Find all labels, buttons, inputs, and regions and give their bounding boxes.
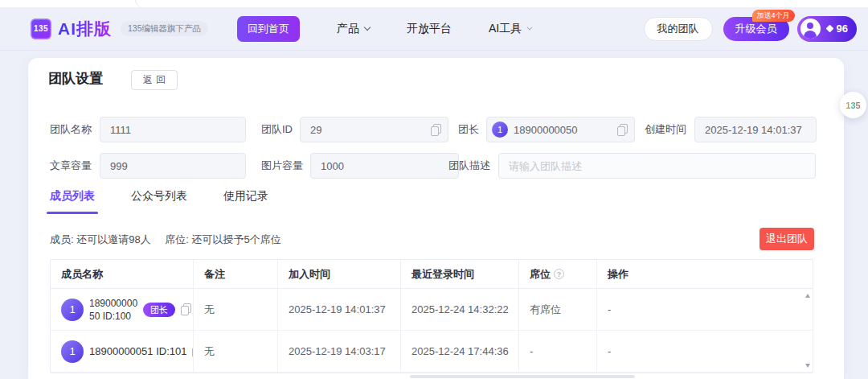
nav-ai-tools-label: AI工具 — [489, 22, 522, 36]
product-badge: 135编辑器旗下产品 — [121, 21, 208, 36]
nav-item-open-platform[interactable]: 开放平台 — [407, 22, 452, 36]
join-time-cell: 2025-12-19 14:01:37 — [278, 289, 401, 330]
copy-icon[interactable] — [431, 124, 441, 136]
leader-avatar: 1 — [492, 122, 508, 138]
field-team-name: 团队名称 — [50, 117, 246, 142]
remark-cell: 无 — [194, 289, 278, 330]
article-quota-input-wrap — [100, 153, 246, 179]
image-quota-input-wrap — [310, 153, 459, 179]
field-created-at: 创建时间 — [645, 117, 817, 142]
table-row: 1 18900000051 ID:101 无 2025-12-19 14:03:… — [51, 331, 813, 373]
article-quota-input[interactable] — [100, 153, 246, 179]
field-image-quota: 图片容量 — [261, 153, 459, 179]
copy-icon[interactable] — [617, 124, 628, 136]
table-row: 1 189000000 50 ID:100 团长 无 2025-12-19 14… — [51, 289, 813, 331]
leader-role-badge: 团长 — [143, 303, 175, 317]
floating-135-widget[interactable]: 135 — [840, 92, 866, 118]
image-quota-input[interactable] — [310, 153, 459, 179]
browser-tab-strip — [0, 0, 868, 7]
quit-team-button[interactable]: 退出团队 — [760, 228, 814, 250]
member-avatar: 1 — [61, 340, 84, 363]
col-action: 操作 — [597, 260, 813, 288]
field-leader: 团长 1 — [458, 117, 635, 142]
promo-badge: 加送4个月 — [752, 10, 795, 22]
team-name-input[interactable] — [100, 117, 246, 142]
credit-count: 96 — [837, 23, 848, 35]
chevron-down-icon — [527, 25, 533, 31]
scroll-up-arrow-icon[interactable] — [805, 294, 810, 298]
seat-cell: 有席位 — [519, 289, 597, 330]
action-cell: - — [597, 289, 813, 330]
floating-135-label: 135 — [845, 101, 860, 110]
member-name-line2: 50 ID:100 — [89, 311, 131, 322]
col-member-name: 成员名称 — [51, 260, 194, 288]
team-settings-card: 团队设置 返回 团队名称 团队ID 团长 1 创建时间 文章容量 — [28, 58, 844, 379]
copy-icon[interactable] — [181, 303, 191, 315]
remark-cell: 无 — [194, 331, 278, 372]
last-login-cell: 2025-12-24 14:32:22 — [401, 289, 519, 330]
browser-tab-edge — [135, 0, 148, 7]
upgrade-wrap: 升级会员 加送4个月 — [723, 17, 789, 41]
tab-member-list[interactable]: 成员列表 — [50, 189, 95, 214]
article-quota-label: 文章容量 — [50, 159, 92, 173]
member-cell: 1 189000000 50 ID:100 团长 — [51, 289, 194, 330]
tab-official-accounts[interactable]: 公众号列表 — [131, 189, 187, 214]
leader-label: 团长 — [458, 122, 479, 137]
image-quota-label: 图片容量 — [261, 159, 303, 173]
member-avatar: 1 — [61, 299, 84, 321]
team-id-input-wrap — [300, 117, 448, 142]
team-name-input-wrap — [100, 117, 246, 142]
tab-usage-records[interactable]: 使用记录 — [223, 189, 268, 214]
description-input-wrap — [498, 153, 816, 179]
quota-info-line: 成员: 还可以邀请98人 席位: 还可以授予5个席位 — [50, 233, 293, 247]
join-time-cell: 2025-12-19 14:03:17 — [278, 331, 401, 372]
nav-open-platform-label: 开放平台 — [407, 22, 452, 36]
field-description: 团队描述 — [448, 153, 816, 179]
chevron-down-icon — [364, 24, 371, 31]
tab-bar: 成员列表 公众号列表 使用记录 — [50, 189, 305, 214]
member-cell: 1 18900000051 ID:101 — [51, 331, 194, 372]
leader-input[interactable] — [486, 117, 635, 142]
page-title: 团队设置 — [48, 69, 103, 88]
horizontal-scrollbar[interactable] — [410, 375, 635, 378]
team-id-input[interactable] — [300, 117, 448, 142]
scroll-down-arrow-icon[interactable] — [805, 364, 810, 368]
action-cell: - — [597, 331, 813, 372]
app-header: 135 AI排版 135编辑器旗下产品 回到首页 产品 开放平台 AI工具 我的… — [0, 7, 868, 51]
nav-item-ai-tools[interactable]: AI工具 — [489, 22, 532, 36]
logo-135-icon: 135 — [31, 19, 51, 39]
field-article-quota: 文章容量 — [50, 153, 246, 179]
field-team-id: 团队ID — [261, 117, 448, 142]
home-button[interactable]: 回到首页 — [237, 16, 300, 42]
diamond-credit-icon — [825, 25, 833, 33]
last-login-cell: 2025-12-24 17:44:36 — [401, 331, 519, 372]
col-last-login: 最近登录时间 — [401, 260, 519, 288]
member-name: 18900000051 ID:101 — [89, 345, 186, 357]
brand-title: AI排版 — [58, 18, 112, 40]
member-quota-text: 成员: 还可以邀请98人 — [50, 233, 151, 245]
table-header-row: 成员名称 备注 加入时间 最近登录时间 席位 操作 — [51, 260, 813, 289]
nav-products-label: 产品 — [337, 22, 359, 36]
col-remark: 备注 — [194, 260, 278, 288]
seat-info-icon[interactable] — [554, 269, 564, 279]
user-account-pill[interactable]: 96 — [797, 16, 857, 42]
nav-item-products[interactable]: 产品 — [337, 22, 370, 36]
team-id-label: 团队ID — [261, 122, 293, 137]
col-join-time: 加入时间 — [278, 260, 401, 288]
header-right-group: 我的团队 升级会员 加送4个月 96 — [644, 16, 857, 42]
member-name-line1: 189000000 — [89, 298, 137, 309]
seat-quota-text: 席位: 还可以授予5个席位 — [165, 233, 280, 245]
my-team-button[interactable]: 我的团队 — [644, 17, 713, 41]
col-seat: 席位 — [519, 260, 597, 288]
back-button[interactable]: 返回 — [131, 70, 178, 90]
member-name: 189000000 50 ID:100 — [89, 297, 137, 323]
created-at-input[interactable] — [694, 117, 817, 142]
description-label: 团队描述 — [448, 159, 490, 173]
user-avatar-icon — [800, 19, 821, 39]
description-input[interactable] — [498, 153, 816, 179]
seat-cell: - — [519, 331, 597, 372]
created-at-label: 创建时间 — [645, 122, 686, 137]
member-table: 成员名称 备注 加入时间 最近登录时间 席位 操作 1 189000000 50… — [50, 259, 813, 373]
team-name-label: 团队名称 — [50, 122, 92, 137]
seat-col-label: 席位 — [530, 267, 551, 282]
